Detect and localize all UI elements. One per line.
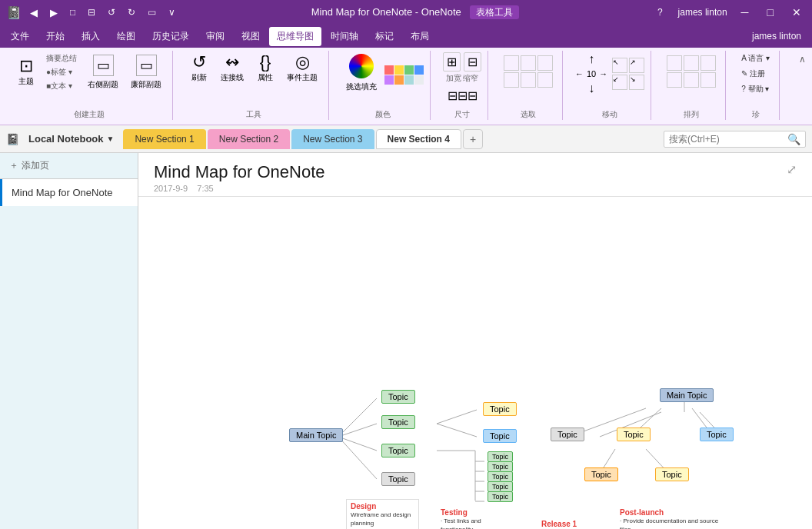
ribbon-collapse-btn[interactable]: ∧ (799, 51, 806, 65)
props-label: 属性 (258, 72, 273, 83)
arr-btn-5[interactable] (684, 72, 699, 88)
menu-layout[interactable]: 布局 (403, 27, 437, 46)
ribbon-right-sub-btn[interactable]: ▭ 右侧副题 (83, 53, 123, 91)
arr-btn-4[interactable] (667, 72, 682, 88)
menu-insert[interactable]: 插入 (74, 27, 108, 46)
arr-btn-6[interactable] (701, 72, 716, 88)
search-submit-btn[interactable]: 🔍 (787, 133, 800, 145)
nav-redo-btn[interactable]: ↻ (124, 5, 139, 19)
node-topic-8[interactable]: Topic (488, 461, 513, 472)
node-topic-6[interactable]: Topic (483, 429, 517, 443)
menu-view[interactable]: 视图 (234, 27, 268, 46)
node-topic-1[interactable]: Topic (381, 390, 415, 404)
nav-window-btn[interactable]: □ (66, 5, 79, 19)
maximize-btn[interactable]: □ (763, 5, 778, 20)
node-topic-11[interactable]: Topic (488, 491, 513, 502)
tab-section-1[interactable]: New Section 1 (123, 129, 205, 149)
ribbon-connector-btn[interactable]: ↭ 连接线 (216, 52, 248, 85)
add-wide-btn[interactable]: ⊞ (443, 52, 461, 72)
search-input[interactable] (669, 134, 784, 145)
nav-extra-btn[interactable]: ▭ (144, 5, 160, 19)
menu-file[interactable]: 文件 (3, 27, 37, 46)
node-topic-r2[interactable]: Topic (617, 428, 651, 441)
move-btn-2[interactable]: ↗ (629, 58, 644, 73)
arr-btn-3[interactable] (701, 55, 716, 71)
page-item-mindmap[interactable]: Mind Map for OneNote (0, 179, 138, 206)
node-topic-r1[interactable]: Topic (551, 428, 584, 441)
narrow-btn[interactable]: ⊟ (464, 52, 481, 72)
node-topic-10[interactable]: Topic (488, 481, 513, 492)
sel-btn-5[interactable] (521, 72, 536, 88)
ribbon-theme-btn[interactable]: ◎ 事件主题 (282, 52, 322, 85)
tab-section-2[interactable]: New Section 2 (208, 129, 290, 149)
move-btn-4[interactable]: ↘ (629, 75, 644, 90)
node-topic-r3[interactable]: Topic (700, 428, 734, 441)
sel-btn-6[interactable] (537, 72, 553, 88)
tab-section-3[interactable]: New Section 3 (291, 129, 374, 149)
expand-btn[interactable]: ⤢ (787, 162, 797, 177)
menu-review[interactable]: 审阅 (198, 27, 232, 46)
ribbon-color-pick-btn[interactable]: 挑选填充 (341, 52, 381, 94)
language-btn[interactable]: A 语言 ▾ (738, 52, 773, 65)
notebook-name-btn[interactable]: Local Notebook ▼ (22, 130, 120, 148)
move-left-btn[interactable]: ← (575, 69, 584, 78)
node-topic-2[interactable]: Topic (381, 415, 415, 429)
color-green[interactable] (404, 65, 414, 75)
arr-btn-2[interactable] (684, 55, 699, 71)
ribbon-props-btn[interactable]: {} 属性 (251, 52, 279, 85)
tags-btn[interactable]: ●标签 ▾ (43, 66, 80, 78)
sel-btn-2[interactable] (521, 55, 536, 71)
color-blue[interactable] (414, 65, 424, 75)
nav-undo-btn[interactable]: ↺ (104, 5, 119, 19)
menu-mindmap[interactable]: 思维导图 (269, 27, 321, 46)
move-btn-3[interactable]: ↙ (612, 75, 627, 90)
mindmap-canvas[interactable]: Main Topic Topic Topic Topic Topic Topic… (138, 197, 812, 529)
register-btn[interactable]: ✎ 注册 (738, 68, 773, 80)
sel-btn-4[interactable] (504, 72, 519, 88)
arr-btn-1[interactable] (667, 55, 682, 71)
ribbon-bottom-sub-btn[interactable]: ▭ 廉部副题 (126, 53, 166, 91)
node-topic-9[interactable]: Topic (488, 471, 513, 482)
node-topic-4[interactable]: Topic (381, 472, 415, 486)
minimize-btn[interactable]: ─ (737, 5, 754, 20)
move-right-btn[interactable]: → (599, 69, 607, 78)
summary-btn[interactable]: 摘要总结 (43, 52, 80, 65)
nav-back-btn[interactable]: ◀ (26, 5, 42, 20)
close-btn[interactable]: ✕ (787, 5, 806, 20)
text-btn[interactable]: ■文本 ▾ (43, 80, 80, 92)
sel-btn-1[interactable] (504, 55, 519, 71)
nav-forward-btn[interactable]: ▶ (46, 5, 62, 20)
nav-pin-btn[interactable]: ⊟ (84, 5, 99, 19)
size-icon1[interactable]: ⊟⊟⊟ (444, 87, 481, 105)
move-down-btn[interactable]: ↓ (588, 82, 594, 95)
color-red[interactable] (384, 65, 394, 75)
node-topic-3[interactable]: Topic (381, 444, 415, 457)
help-ribbon-btn[interactable]: ? 帮助 ▾ (738, 83, 773, 95)
menu-history[interactable]: 历史记录 (145, 27, 197, 46)
ribbon-main-topic-btn[interactable]: ⊡ 主题 (12, 56, 40, 88)
menu-draw[interactable]: 绘图 (109, 27, 143, 46)
add-page-btn[interactable]: ＋ 添加页 (0, 153, 138, 179)
nav-more-btn[interactable]: ∨ (165, 5, 179, 19)
menu-timeline[interactable]: 时间轴 (323, 27, 366, 46)
color-orange[interactable] (394, 75, 404, 85)
node-topic-5[interactable]: Topic (483, 402, 517, 416)
move-up-btn[interactable]: ↑ (588, 52, 594, 66)
tab-section-4[interactable]: New Section 4 (376, 129, 461, 149)
menu-home[interactable]: 开始 (38, 27, 72, 46)
color-cyan[interactable] (404, 75, 414, 85)
node-topic-r4[interactable]: Topic (584, 467, 618, 481)
move-btn-1[interactable]: ↖ (612, 58, 627, 73)
node-main-topic-1[interactable]: Main Topic (289, 428, 343, 442)
node-topic-r5[interactable]: Topic (655, 467, 689, 481)
color-purple[interactable] (384, 75, 394, 85)
color-yellow[interactable] (394, 65, 404, 75)
menu-tags[interactable]: 标记 (368, 27, 401, 46)
color-gray[interactable] (414, 75, 424, 85)
ribbon-refresh-btn[interactable]: ↺ 刷新 (185, 52, 213, 85)
node-main-topic-2[interactable]: Main Topic (660, 388, 714, 402)
node-topic-7[interactable]: Topic (488, 451, 513, 462)
add-section-btn[interactable]: + (463, 129, 483, 149)
help-btn[interactable]: ? (651, 5, 669, 19)
sel-btn-3[interactable] (537, 55, 553, 71)
